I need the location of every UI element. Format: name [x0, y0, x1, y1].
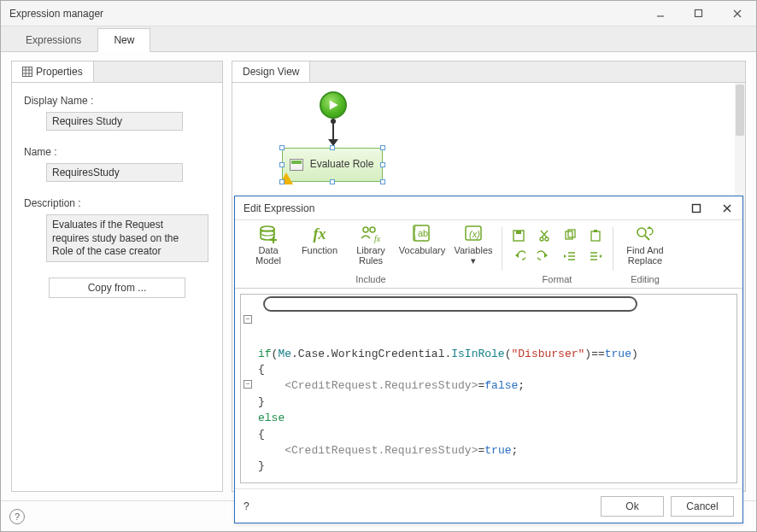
data-model-button[interactable]: Data Model: [247, 224, 290, 266]
dialog-help-icon[interactable]: ?: [244, 500, 249, 512]
fold-toggle[interactable]: −: [244, 380, 252, 389]
properties-panel: Properties Display Name : Requires Study…: [11, 61, 223, 492]
function-button[interactable]: fx Function: [298, 224, 341, 256]
resize-handle[interactable]: [380, 145, 385, 150]
ok-button[interactable]: Ok: [601, 496, 664, 517]
scrollbar-thumb[interactable]: [736, 85, 744, 136]
maximize-button[interactable]: [679, 1, 718, 26]
vocabulary-label: Vocabulary: [399, 246, 445, 256]
resize-handle[interactable]: [279, 179, 285, 184]
resize-handle[interactable]: [380, 179, 385, 184]
svg-rect-32: [591, 231, 600, 241]
undo-icon[interactable]: [508, 248, 529, 265]
window-title: Expression manager: [9, 8, 103, 20]
library-rules-button[interactable]: fx Library Rules: [349, 224, 392, 266]
display-name-input[interactable]: Requires Study: [46, 112, 183, 131]
properties-tab[interactable]: Properties: [12, 61, 94, 82]
design-view-tab[interactable]: Design View: [232, 61, 310, 82]
description-input[interactable]: Evaluates if the Request requires study …: [46, 214, 208, 262]
svg-point-44: [637, 228, 646, 237]
vocabulary-button[interactable]: ab Vocabulary: [401, 224, 443, 256]
properties-tab-label: Properties: [36, 66, 83, 78]
resize-handle[interactable]: [330, 179, 335, 184]
minimize-button[interactable]: [641, 1, 679, 26]
code-editor[interactable]: − − if(Me.Case.WorkingCredential.IsInRol…: [240, 294, 737, 483]
copy-from-button[interactable]: Copy from ...: [49, 278, 185, 298]
svg-marker-43: [599, 254, 601, 258]
titlebar: Expression manager: [1, 1, 756, 26]
group-include-label: Include: [355, 272, 385, 284]
tab-expressions[interactable]: Expressions: [9, 28, 97, 51]
outdent-icon[interactable]: [560, 248, 580, 265]
svg-point-17: [363, 227, 368, 232]
data-model-label: Data Model: [247, 246, 290, 266]
svg-text:(x): (x): [469, 229, 480, 239]
code-gutter: − −: [241, 295, 256, 482]
svg-marker-46: [647, 226, 652, 229]
group-format-label: Format: [543, 272, 572, 284]
highlight-ring: [263, 296, 637, 312]
people-fx-icon: fx: [359, 224, 383, 244]
name-input[interactable]: RequiresStudy: [46, 163, 183, 182]
display-name-label: Display Name :: [24, 95, 210, 107]
variables-label: Variables▾: [454, 246, 492, 266]
paste-icon[interactable]: [585, 227, 606, 244]
resize-handle[interactable]: [279, 145, 285, 150]
svg-point-26: [540, 237, 543, 241]
tab-new[interactable]: New: [97, 28, 150, 52]
fx-icon: fx: [308, 224, 332, 244]
svg-marker-34: [515, 253, 519, 258]
resize-handle[interactable]: [380, 162, 385, 167]
dialog-close-button[interactable]: [712, 196, 742, 219]
tabstrip: Expressions New: [1, 26, 756, 52]
variables-button[interactable]: (x) Variables▾: [452, 224, 495, 266]
svg-rect-10: [693, 204, 701, 212]
vocabulary-icon: ab: [410, 224, 434, 244]
svg-rect-25: [516, 231, 521, 234]
svg-rect-4: [23, 67, 32, 77]
main-window: Expression manager Expressions New: [0, 0, 757, 532]
evaluate-role-node[interactable]: Evaluate Role: [282, 148, 383, 182]
dialog-title: Edit Expression: [244, 202, 314, 214]
save-icon[interactable]: [508, 227, 529, 244]
copy-icon[interactable]: [560, 227, 580, 244]
svg-marker-39: [564, 254, 566, 258]
edit-expression-dialog: Edit Expression Data Model: [234, 196, 743, 523]
description-label: Description :: [24, 197, 210, 209]
redo-icon[interactable]: [534, 248, 555, 265]
function-label: Function: [302, 246, 337, 256]
variables-icon: (x): [461, 224, 485, 244]
svg-text:fx: fx: [374, 234, 381, 243]
group-editing-label: Editing: [631, 272, 660, 284]
svg-marker-9: [330, 100, 338, 109]
cancel-button[interactable]: Cancel: [671, 496, 734, 517]
svg-rect-1: [695, 10, 702, 17]
resize-handle[interactable]: [330, 145, 335, 150]
help-icon[interactable]: ?: [9, 509, 25, 524]
close-button[interactable]: [718, 1, 756, 26]
find-replace-label: Find And Replace: [619, 246, 671, 266]
cut-icon[interactable]: [534, 227, 555, 244]
resize-handle[interactable]: [279, 162, 285, 167]
start-node[interactable]: [320, 91, 347, 119]
indent-icon[interactable]: [585, 248, 606, 265]
svg-line-29: [541, 231, 547, 237]
database-icon: [256, 224, 280, 244]
find-replace-icon: [633, 224, 657, 244]
fold-toggle[interactable]: −: [244, 315, 252, 324]
svg-rect-33: [594, 230, 597, 232]
evaluate-role-label: Evaluate Role: [308, 159, 375, 170]
dialog-maximize-button[interactable]: [681, 196, 712, 219]
grid-icon: [22, 67, 32, 77]
form-icon: [290, 159, 303, 171]
name-label: Name :: [24, 146, 210, 158]
svg-line-45: [645, 236, 649, 240]
svg-marker-35: [544, 253, 548, 258]
dialog-ribbon: Data Model fx Function fx Library Rules: [235, 220, 742, 289]
library-rules-label: Library Rules: [349, 246, 392, 266]
find-replace-button[interactable]: Find And Replace: [619, 224, 671, 266]
svg-point-18: [370, 227, 375, 232]
svg-line-28: [542, 231, 548, 237]
svg-point-27: [545, 237, 549, 241]
svg-text:ab: ab: [418, 228, 428, 238]
